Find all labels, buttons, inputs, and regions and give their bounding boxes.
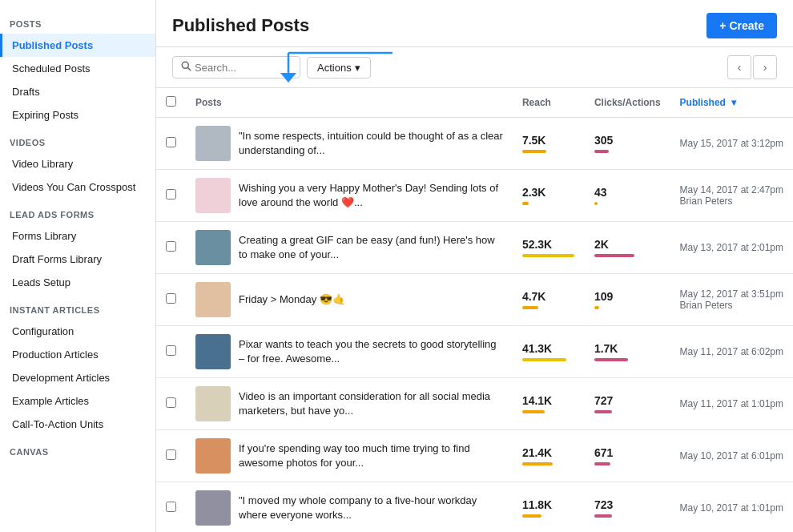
sidebar-item-development-articles[interactable]: Development Articles: [0, 366, 155, 389]
sort-arrow-icon: ▾: [731, 97, 736, 108]
sidebar-item-videos-crosspost[interactable]: Videos You Can Crosspost: [0, 175, 155, 199]
row-checkbox-cell: [156, 118, 186, 170]
sidebar-section-posts: Posts: [0, 8, 155, 34]
toolbar: Actions ▾ ‹ ›: [156, 47, 793, 88]
row-checkbox-cell: [156, 482, 186, 533]
clicks-cell: 43: [585, 170, 670, 222]
sidebar-item-published-posts[interactable]: Published Posts: [0, 34, 155, 57]
search-input[interactable]: [195, 62, 291, 74]
reach-bar: [522, 202, 529, 205]
clicks-value: 723: [594, 498, 661, 511]
post-text[interactable]: Video is an important consideration for …: [239, 389, 503, 418]
sidebar-item-call-to-action-units[interactable]: Call-To-Action Units: [0, 413, 155, 436]
published-cell: May 15, 2017 at 3:12pm: [670, 118, 793, 170]
clicks-cell: 723: [585, 482, 670, 533]
row-checkbox[interactable]: [166, 449, 176, 460]
select-all-checkbox[interactable]: [166, 96, 176, 107]
post-text[interactable]: "I moved my whole company to a five-hour…: [239, 494, 503, 522]
main-content: Published Posts + Create Actions ▾ ‹ ›: [156, 0, 793, 532]
reach-bar: [522, 358, 566, 361]
row-checkbox[interactable]: [166, 502, 176, 512]
row-checkbox[interactable]: [166, 189, 176, 200]
published-cell: May 13, 2017 at 2:01pm: [670, 222, 793, 274]
col-published[interactable]: Published ▾: [670, 88, 793, 118]
post-cell: If you're spending way too much time try…: [186, 430, 513, 482]
clicks-bar: [594, 254, 634, 257]
clicks-bar: [594, 306, 599, 309]
publish-date: May 12, 2017 at 3:51pm: [680, 288, 783, 300]
sidebar-item-drafts[interactable]: Drafts: [0, 80, 155, 103]
table-body: "In some respects, intuition could be th…: [156, 118, 793, 533]
svg-line-1: [188, 68, 191, 71]
clicks-cell: 305: [585, 118, 670, 170]
post-text[interactable]: If you're spending way too much time try…: [239, 441, 503, 470]
clicks-value: 305: [594, 134, 661, 147]
row-checkbox[interactable]: [166, 397, 176, 408]
post-text[interactable]: Friday > Monday 😎🤙: [239, 292, 345, 307]
sidebar-section-instant-articles: Instant Articles: [0, 294, 155, 320]
next-page-button[interactable]: ›: [753, 55, 777, 79]
publish-date: May 14, 2017 at 2:47pm: [680, 184, 783, 195]
table-row: Video is an important consideration for …: [156, 378, 793, 430]
post-cell: Friday > Monday 😎🤙: [186, 274, 513, 326]
sidebar-item-draft-forms-library[interactable]: Draft Forms Library: [0, 248, 155, 271]
post-text[interactable]: "In some respects, intuition could be th…: [239, 129, 503, 158]
reach-cell: 14.1K: [513, 378, 585, 430]
row-checkbox[interactable]: [166, 241, 176, 252]
actions-label: Actions: [317, 62, 352, 74]
clicks-value: 1.7K: [594, 342, 661, 355]
reach-value: 21.4K: [522, 446, 575, 459]
publish-date: May 10, 2017 at 1:01pm: [680, 502, 783, 514]
publish-author: Brian Peters: [680, 300, 783, 311]
col-posts: Posts: [186, 88, 513, 118]
sidebar-item-expiring-posts[interactable]: Expiring Posts: [0, 103, 155, 127]
reach-bar: [522, 254, 574, 257]
row-checkbox-cell: [156, 430, 186, 482]
table-row: If you're spending way too much time try…: [156, 430, 793, 482]
table-row: "I moved my whole company to a five-hour…: [156, 482, 793, 533]
sidebar-item-configuration[interactable]: Configuration: [0, 320, 155, 343]
sidebar-item-forms-library[interactable]: Forms Library: [0, 224, 155, 248]
clicks-value: 671: [594, 446, 661, 459]
row-checkbox[interactable]: [166, 293, 176, 304]
row-checkbox-cell: [156, 170, 186, 222]
reach-cell: 7.5K: [513, 118, 585, 170]
create-button[interactable]: + Create: [706, 13, 777, 38]
pagination-nav: ‹ ›: [727, 55, 777, 79]
clicks-value: 43: [594, 186, 661, 199]
reach-bar: [522, 514, 541, 518]
sidebar: PostsPublished PostsScheduled PostsDraft…: [0, 0, 156, 532]
clicks-bar: [594, 462, 610, 466]
page-title: Published Posts: [172, 15, 309, 36]
table-container: Posts Reach Clicks/Actions Published ▾ "…: [156, 88, 793, 532]
reach-value: 7.5K: [522, 134, 575, 147]
actions-button[interactable]: Actions ▾: [307, 57, 371, 79]
sidebar-item-leads-setup[interactable]: Leads Setup: [0, 271, 155, 294]
post-text[interactable]: Wishing you a very Happy Mother's Day! S…: [239, 181, 503, 210]
post-text[interactable]: Pixar wants to teach you the secrets to …: [239, 337, 503, 366]
published-cell: May 10, 2017 at 6:01pm: [670, 430, 793, 482]
reach-cell: 21.4K: [513, 430, 585, 482]
post-cell: "I moved my whole company to a five-hour…: [186, 482, 513, 533]
row-checkbox[interactable]: [166, 345, 176, 356]
post-thumbnail: [195, 282, 231, 317]
sidebar-item-production-articles[interactable]: Production Articles: [0, 343, 155, 366]
col-clicks: Clicks/Actions: [585, 88, 670, 118]
sidebar-item-scheduled-posts[interactable]: Scheduled Posts: [0, 57, 155, 80]
clicks-cell: 1.7K: [585, 326, 670, 378]
row-checkbox-cell: [156, 222, 186, 274]
post-cell: Wishing you a very Happy Mother's Day! S…: [186, 170, 513, 222]
posts-table: Posts Reach Clicks/Actions Published ▾ "…: [156, 88, 793, 532]
select-all-header: [156, 88, 186, 118]
prev-page-button[interactable]: ‹: [727, 55, 751, 79]
post-thumbnail: [195, 178, 231, 213]
row-checkbox-cell: [156, 378, 186, 430]
post-cell: "In some respects, intuition could be th…: [186, 118, 513, 170]
row-checkbox[interactable]: [166, 137, 176, 147]
post-cell: Pixar wants to teach you the secrets to …: [186, 326, 513, 378]
sidebar-section-videos: Videos: [0, 127, 155, 152]
clicks-cell: 671: [585, 430, 670, 482]
sidebar-item-example-articles[interactable]: Example Articles: [0, 389, 155, 413]
post-text[interactable]: Creating a great GIF can be easy (and fu…: [239, 233, 503, 262]
sidebar-item-video-library[interactable]: Video Library: [0, 152, 155, 175]
